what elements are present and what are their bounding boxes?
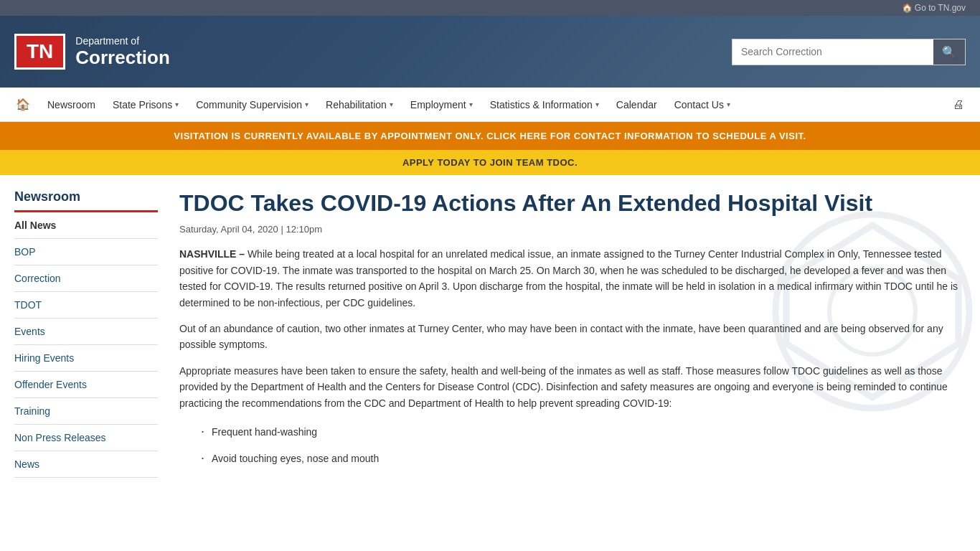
header-main: TN Department of Correction 🔍 [0,16,980,88]
orange-banner[interactable]: VISITATION IS CURRENTLY AVAILABLE BY APP… [0,122,980,150]
nav-statistics[interactable]: Statistics & Information ▾ [481,89,608,121]
article-text-1: While being treated at a local hospital … [179,248,958,308]
chevron-employment: ▾ [469,100,473,108]
article-date: Saturday, April 04, 2020 | 12:10pm [179,224,966,235]
sidebar-link-events[interactable]: Events [14,319,158,344]
logo-tn-box: TN [14,34,65,70]
article-paragraph-2: Out of an abundance of caution, two othe… [179,321,966,353]
chevron-statistics: ▾ [595,100,599,108]
article-bullet-list: Frequent hand-washing Avoid touching eye… [194,421,966,468]
sidebar-item-bop[interactable]: BOP [14,239,158,265]
yellow-banner[interactable]: APPLY TODAY TO JOIN TEAM TDOC. [0,150,980,175]
chevron-contact: ▾ [727,100,730,108]
sidebar-item-non-press-releases[interactable]: Non Press Releases [14,425,158,451]
sidebar-item-all-news[interactable]: All News [14,212,158,239]
sidebar-item-correction[interactable]: Correction [14,265,158,292]
nav-employment[interactable]: Employment ▾ [402,89,481,121]
nav-calendar[interactable]: Calendar [608,89,666,121]
main-container: Newsroom All News BOP Correction TDOT Ev… [0,175,980,492]
sidebar-link-non-press-releases[interactable]: Non Press Releases [14,425,158,451]
home-icon: 🏠 [902,3,913,13]
logo-name: Correction [75,47,169,69]
article-paragraph-3: Appropriate measures have been taken to … [179,363,966,411]
chevron-community: ▾ [305,100,308,108]
sidebar-title: Newsroom [14,189,158,204]
sidebar-link-tdot[interactable]: TDOT [14,292,158,318]
sidebar-link-training[interactable]: Training [14,398,158,424]
nav-contact[interactable]: Contact Us ▾ [666,89,739,121]
sidebar-link-bop[interactable]: BOP [14,239,158,265]
article: TDOC Takes COVID-19 Actions After An Ext… [179,189,966,478]
search-input[interactable] [732,40,933,63]
nav-community-supervision[interactable]: Community Supervision ▾ [187,89,317,121]
article-bold-prefix-1: NASHVILLE – [179,248,245,260]
sidebar-item-hiring-events[interactable]: Hiring Events [14,345,158,372]
sidebar-link-all-news[interactable]: All News [14,212,158,238]
nav-bar: 🏠 Newsroom State Prisons ▾ Community Sup… [0,88,980,122]
sidebar: Newsroom All News BOP Correction TDOT Ev… [14,189,158,478]
article-title: TDOC Takes COVID-19 Actions After An Ext… [179,189,966,217]
header-top-bar: 🏠 Go to TN.gov [0,0,980,16]
nav-state-prisons[interactable]: State Prisons ▾ [104,89,187,121]
search-button[interactable]: 🔍 [933,39,965,65]
sidebar-menu: All News BOP Correction TDOT Events Hiri… [14,212,158,478]
sidebar-item-events[interactable]: Events [14,319,158,345]
chevron-rehabilitation: ▾ [390,100,393,108]
search-box: 🔍 [732,39,966,65]
sidebar-link-news[interactable]: News [14,451,158,477]
sidebar-link-hiring-events[interactable]: Hiring Events [14,345,158,371]
header-search: 🔍 [732,39,966,65]
sidebar-item-tdot[interactable]: TDOT [14,292,158,319]
nav-rehabilitation[interactable]: Rehabilitation ▾ [317,89,402,121]
chevron-state-prisons: ▾ [175,100,179,108]
bullet-item-2: Avoid touching eyes, nose and mouth [194,448,966,468]
nav-home[interactable]: 🏠 [7,88,39,121]
sidebar-item-training[interactable]: Training [14,398,158,425]
sidebar-item-news[interactable]: News [14,451,158,478]
bullet-item-1: Frequent hand-washing [194,421,966,442]
sidebar-link-offender-events[interactable]: Offender Events [14,372,158,397]
goto-tn-link[interactable]: Go to TN.gov [915,3,966,13]
header-logo: TN Department of Correction [14,34,170,70]
article-body: NASHVILLE – While being treated at a loc… [179,246,966,468]
sidebar-link-correction[interactable]: Correction [14,265,158,291]
sidebar-item-offender-events[interactable]: Offender Events [14,372,158,398]
nav-newsroom[interactable]: Newsroom [39,89,104,121]
article-paragraph-1: NASHVILLE – While being treated at a loc… [179,246,966,311]
logo-text: Department of Correction [75,35,169,69]
nav-print[interactable]: 🖨 [944,88,973,121]
logo-dept: Department of [75,35,169,47]
